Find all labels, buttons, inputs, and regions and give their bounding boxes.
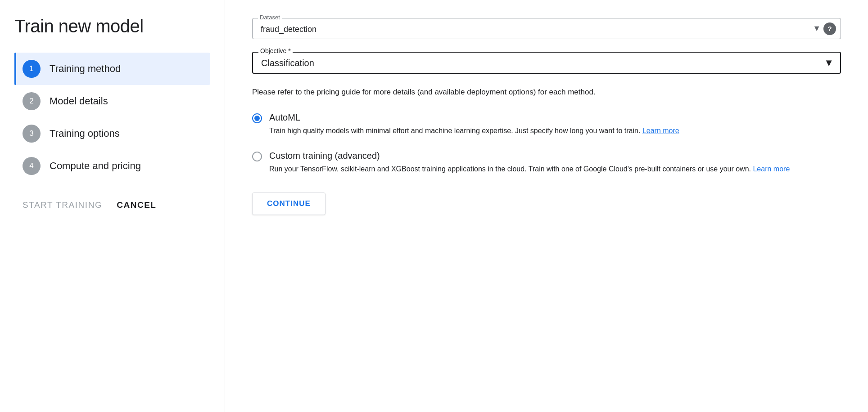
step-number-1: 1 bbox=[23, 60, 41, 78]
required-marker: * bbox=[288, 47, 290, 54]
custom-training-content: Custom training (advanced) Run your Tens… bbox=[269, 151, 841, 175]
step-item-model-details[interactable]: 2 Model details bbox=[14, 85, 210, 117]
automl-option[interactable]: AutoML Train high quality models with mi… bbox=[252, 112, 841, 136]
sidebar-actions: START TRAINING CANCEL bbox=[14, 200, 210, 210]
automl-title: AutoML bbox=[269, 112, 841, 123]
info-text: Please refer to the pricing guide for mo… bbox=[252, 86, 648, 98]
automl-content: AutoML Train high quality models with mi… bbox=[269, 112, 841, 136]
start-training-button[interactable]: START TRAINING bbox=[23, 200, 102, 210]
automl-radio[interactable] bbox=[252, 113, 262, 123]
step-label-training-method: Training method bbox=[50, 63, 121, 75]
custom-training-learn-more-link[interactable]: Learn more bbox=[753, 165, 790, 173]
custom-training-description: Run your TensorFlow, scikit-learn and XG… bbox=[269, 164, 841, 175]
dataset-field-group: Dataset fraud_detection ▼ ? bbox=[252, 18, 841, 39]
step-item-compute-pricing[interactable]: 4 Compute and pricing bbox=[14, 150, 210, 182]
step-number-3: 3 bbox=[23, 125, 41, 143]
step-label-training-options: Training options bbox=[50, 128, 120, 139]
step-number-4: 4 bbox=[23, 157, 41, 175]
dataset-dropdown-arrow-icon: ▼ bbox=[813, 24, 821, 33]
custom-training-title: Custom training (advanced) bbox=[269, 151, 841, 161]
custom-training-radio[interactable] bbox=[252, 152, 262, 161]
step-item-training-method[interactable]: 1 Training method bbox=[14, 53, 210, 85]
dataset-value: fraud_detection bbox=[261, 25, 815, 34]
dataset-label: Dataset bbox=[258, 14, 282, 21]
dataset-select[interactable]: Dataset fraud_detection ▼ ? bbox=[252, 18, 841, 39]
step-label-model-details: Model details bbox=[50, 95, 108, 107]
dataset-help-icon[interactable]: ? bbox=[823, 22, 836, 35]
steps-list: 1 Training method 2 Model details 3 Trai… bbox=[14, 53, 210, 182]
cancel-button[interactable]: CANCEL bbox=[117, 200, 156, 210]
objective-dropdown-arrow-icon: ▼ bbox=[824, 57, 834, 69]
continue-button[interactable]: CONTINUE bbox=[252, 193, 326, 215]
step-item-training-options[interactable]: 3 Training options bbox=[14, 117, 210, 150]
main-content: Dataset fraud_detection ▼ ? Objective * … bbox=[225, 0, 868, 412]
step-number-2: 2 bbox=[23, 92, 41, 110]
step-label-compute-pricing: Compute and pricing bbox=[50, 160, 141, 172]
automl-learn-more-link[interactable]: Learn more bbox=[642, 127, 679, 134]
automl-description: Train high quality models with minimal e… bbox=[269, 125, 841, 136]
objective-label: Objective * bbox=[258, 47, 293, 54]
objective-value: Classification bbox=[261, 58, 818, 68]
page-title: Train new model bbox=[14, 16, 210, 36]
objective-select[interactable]: Objective * Classification ▼ bbox=[252, 52, 841, 74]
sidebar: Train new model 1 Training method 2 Mode… bbox=[0, 0, 225, 412]
custom-training-option[interactable]: Custom training (advanced) Run your Tens… bbox=[252, 151, 841, 175]
